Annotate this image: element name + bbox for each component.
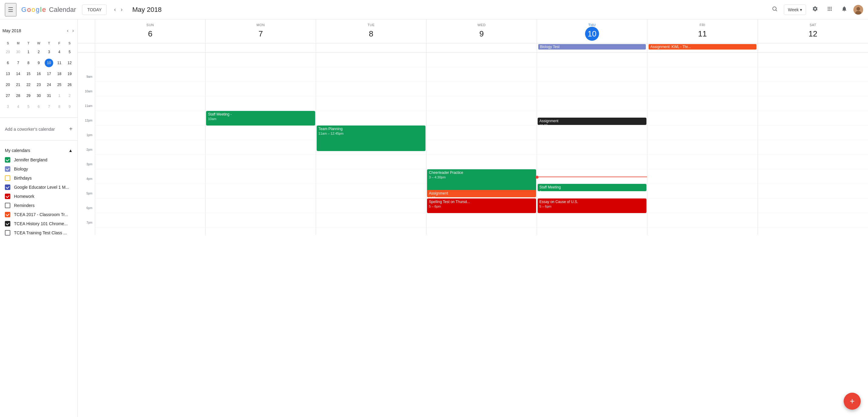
- mini-cal-day[interactable]: 20: [3, 80, 13, 90]
- mini-cal-day[interactable]: 17: [44, 69, 54, 79]
- calendar-item[interactable]: Reminders: [5, 201, 73, 210]
- add-coworker[interactable]: Add a coworker's calendar +: [0, 122, 78, 136]
- mini-cal-day[interactable]: 4: [54, 47, 64, 57]
- mini-cal-day[interactable]: 8: [54, 101, 64, 112]
- time-label: 10am: [78, 89, 95, 103]
- calendar-checkbox[interactable]: [5, 184, 10, 190]
- mini-cal-next[interactable]: ›: [71, 27, 75, 35]
- menu-button[interactable]: ☰: [5, 3, 17, 17]
- mini-cal-day[interactable]: 8: [24, 58, 33, 68]
- mini-cal-day[interactable]: 27: [3, 91, 13, 101]
- mini-cal-day[interactable]: 5: [24, 101, 33, 112]
- calendar-item[interactable]: TCEA History 101 Chrome...: [5, 219, 73, 228]
- mini-cal-day[interactable]: 28: [13, 91, 23, 101]
- cal-header-day[interactable]: Fri11: [647, 20, 757, 43]
- calendar-checkbox[interactable]: [5, 221, 10, 227]
- mini-cal-day[interactable]: 9: [34, 58, 44, 68]
- calendar-checkbox[interactable]: [5, 203, 10, 208]
- calendar-checkbox[interactable]: [5, 157, 10, 162]
- calendar-item[interactable]: Homework: [5, 192, 73, 201]
- mini-cal-day[interactable]: 3: [3, 101, 13, 112]
- all-day-event[interactable]: Biology Test: [538, 44, 646, 50]
- mini-cal-prev[interactable]: ‹: [66, 27, 70, 35]
- mini-cal-day[interactable]: 9: [65, 101, 74, 112]
- view-selector[interactable]: Week ▾: [784, 5, 806, 15]
- mini-cal-day[interactable]: 6: [3, 58, 13, 68]
- calendar-event[interactable]: Team Planning11am – 12:45pm: [317, 125, 426, 151]
- mini-cal-day[interactable]: 18: [54, 69, 64, 79]
- calendar-item[interactable]: TCEA 2017 - Classroom Tr...: [5, 210, 73, 219]
- mini-cal-day[interactable]: 26: [65, 80, 74, 90]
- mini-cal-day[interactable]: 2: [34, 47, 44, 57]
- mini-cal-day[interactable]: 25: [54, 80, 64, 90]
- cal-body[interactable]: 9am10am11am12pm1pm2pm3pm4pm5pm6pm7pm Sta…: [78, 53, 868, 417]
- calendar-event[interactable]: Assignment4:29pm: [427, 190, 536, 197]
- mini-cal-day[interactable]: 31: [44, 91, 54, 101]
- calendar-event[interactable]: Spelling Test on Thursd...5 – 6pm: [427, 199, 536, 213]
- mini-cal-day[interactable]: 21: [13, 80, 23, 90]
- mini-cal-day[interactable]: 30: [34, 91, 44, 101]
- calendar-event[interactable]: Essay on Cause of U.S.5 – 6pm: [538, 199, 646, 213]
- mini-cal-day[interactable]: 7: [13, 58, 23, 68]
- notifications-button[interactable]: [839, 3, 850, 16]
- mini-cal-day[interactable]: 2: [65, 91, 74, 101]
- cal-header-day[interactable]: Mon7: [205, 20, 315, 43]
- cal-header-day[interactable]: Sat12: [758, 20, 868, 43]
- cal-header-day[interactable]: Sun6: [95, 20, 205, 43]
- calendar-item[interactable]: Jennifer Bergland: [5, 155, 73, 165]
- mini-cal-day[interactable]: 14: [13, 69, 23, 79]
- avatar[interactable]: [854, 5, 863, 14]
- mini-cal-day[interactable]: 24: [44, 80, 54, 90]
- all-day-event[interactable]: Assignment: KWL - Thr...: [649, 44, 756, 50]
- calendar-checkbox[interactable]: [5, 212, 10, 217]
- next-arrow[interactable]: ›: [118, 4, 125, 15]
- search-button[interactable]: [769, 3, 780, 16]
- mini-cal-day[interactable]: 1: [54, 91, 64, 101]
- mini-cal-day[interactable]: 10: [44, 58, 54, 68]
- calendar-checkbox[interactable]: [5, 230, 10, 236]
- calendar-event[interactable]: Assignment10:29am: [538, 118, 646, 125]
- cal-column: Cheerleader Practice3 – 4:30pmAssignment…: [426, 53, 536, 235]
- mini-cal-day[interactable]: 23: [34, 80, 44, 90]
- create-event-fab[interactable]: +: [844, 393, 861, 410]
- apps-button[interactable]: [824, 3, 835, 16]
- day-name: Thu: [537, 23, 647, 27]
- cal-header-day[interactable]: Wed9: [426, 20, 536, 43]
- calendar-item[interactable]: Google Educator Level 1 M...: [5, 183, 73, 192]
- mini-cal-day[interactable]: 5: [65, 47, 74, 57]
- calendar-checkbox[interactable]: [5, 166, 10, 172]
- calendar-event[interactable]: Staff Meeting4pm: [538, 184, 646, 191]
- mini-cal-day[interactable]: 19: [65, 69, 74, 79]
- event-title: Cheerleader Practice: [429, 171, 534, 175]
- mini-cal-day[interactable]: 22: [24, 80, 33, 90]
- prev-arrow[interactable]: ‹: [112, 4, 118, 15]
- mini-cal-day[interactable]: 4: [13, 101, 23, 112]
- calendar-event[interactable]: Cheerleader Practice3 – 4:30pm: [427, 169, 536, 191]
- calendar-checkbox[interactable]: [5, 175, 10, 181]
- mini-cal-day[interactable]: 30: [13, 47, 23, 57]
- mini-cal-day[interactable]: 29: [3, 47, 13, 57]
- calendar-item[interactable]: Biology: [5, 165, 73, 174]
- mini-cal-day[interactable]: 12: [65, 58, 74, 68]
- my-calendars-header[interactable]: My calendars ▲: [5, 146, 73, 155]
- mini-cal-day[interactable]: 3: [44, 47, 54, 57]
- cal-header-day[interactable]: Thu10: [537, 20, 647, 43]
- mini-cal-day[interactable]: 29: [24, 91, 33, 101]
- mini-cal-day[interactable]: 6: [34, 101, 44, 112]
- event-time: 4pm: [539, 190, 645, 191]
- cal-header-day[interactable]: Tue8: [316, 20, 426, 43]
- settings-button[interactable]: [810, 3, 820, 16]
- mini-cal-day[interactable]: 16: [34, 69, 44, 79]
- mini-cal-day[interactable]: 1: [24, 47, 33, 57]
- mini-cal-day[interactable]: 13: [3, 69, 13, 79]
- calendar-event[interactable]: Staff Meeting -10am: [206, 111, 315, 125]
- calendar-item[interactable]: TCEA Training Test Class ...: [5, 228, 73, 237]
- calendar-label: Homework: [14, 194, 34, 199]
- calendar-item[interactable]: Birthdays: [5, 174, 73, 183]
- calendar-checkbox[interactable]: [5, 193, 10, 199]
- mini-cal-day[interactable]: 7: [44, 101, 54, 112]
- day-name: Wed: [426, 23, 536, 27]
- today-button[interactable]: TODAY: [82, 5, 107, 15]
- mini-cal-day[interactable]: 11: [54, 58, 64, 68]
- mini-cal-day[interactable]: 15: [24, 69, 33, 79]
